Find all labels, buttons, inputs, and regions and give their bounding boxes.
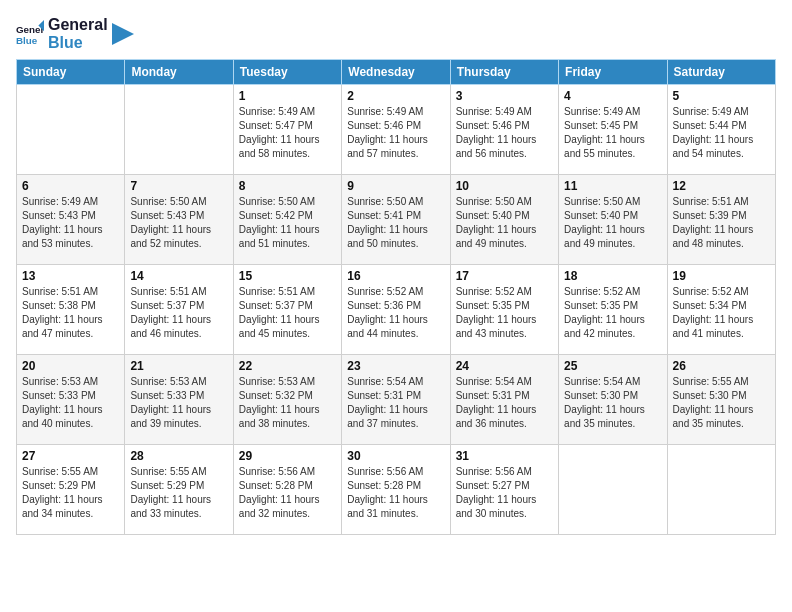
day-number: 8 bbox=[239, 179, 336, 193]
calendar-day-cell: 29Sunrise: 5:56 AM Sunset: 5:28 PM Dayli… bbox=[233, 445, 341, 535]
calendar-week-row: 13Sunrise: 5:51 AM Sunset: 5:38 PM Dayli… bbox=[17, 265, 776, 355]
calendar-day-cell: 6Sunrise: 5:49 AM Sunset: 5:43 PM Daylig… bbox=[17, 175, 125, 265]
calendar-day-cell: 25Sunrise: 5:54 AM Sunset: 5:30 PM Dayli… bbox=[559, 355, 667, 445]
day-detail: Sunrise: 5:55 AM Sunset: 5:29 PM Dayligh… bbox=[22, 465, 119, 521]
day-number: 16 bbox=[347, 269, 444, 283]
day-detail: Sunrise: 5:51 AM Sunset: 5:38 PM Dayligh… bbox=[22, 285, 119, 341]
logo-icon: General Blue bbox=[16, 20, 44, 48]
calendar-day-cell bbox=[125, 85, 233, 175]
day-detail: Sunrise: 5:51 AM Sunset: 5:37 PM Dayligh… bbox=[239, 285, 336, 341]
calendar-day-cell: 9Sunrise: 5:50 AM Sunset: 5:41 PM Daylig… bbox=[342, 175, 450, 265]
day-number: 11 bbox=[564, 179, 661, 193]
calendar-day-cell: 15Sunrise: 5:51 AM Sunset: 5:37 PM Dayli… bbox=[233, 265, 341, 355]
calendar-day-cell: 2Sunrise: 5:49 AM Sunset: 5:46 PM Daylig… bbox=[342, 85, 450, 175]
day-number: 27 bbox=[22, 449, 119, 463]
calendar-day-cell: 18Sunrise: 5:52 AM Sunset: 5:35 PM Dayli… bbox=[559, 265, 667, 355]
day-detail: Sunrise: 5:49 AM Sunset: 5:44 PM Dayligh… bbox=[673, 105, 770, 161]
day-detail: Sunrise: 5:56 AM Sunset: 5:27 PM Dayligh… bbox=[456, 465, 553, 521]
day-detail: Sunrise: 5:49 AM Sunset: 5:47 PM Dayligh… bbox=[239, 105, 336, 161]
day-detail: Sunrise: 5:52 AM Sunset: 5:35 PM Dayligh… bbox=[456, 285, 553, 341]
day-detail: Sunrise: 5:49 AM Sunset: 5:45 PM Dayligh… bbox=[564, 105, 661, 161]
day-detail: Sunrise: 5:54 AM Sunset: 5:30 PM Dayligh… bbox=[564, 375, 661, 431]
day-number: 10 bbox=[456, 179, 553, 193]
calendar-day-cell: 17Sunrise: 5:52 AM Sunset: 5:35 PM Dayli… bbox=[450, 265, 558, 355]
calendar-day-cell: 27Sunrise: 5:55 AM Sunset: 5:29 PM Dayli… bbox=[17, 445, 125, 535]
calendar-day-cell: 22Sunrise: 5:53 AM Sunset: 5:32 PM Dayli… bbox=[233, 355, 341, 445]
day-detail: Sunrise: 5:52 AM Sunset: 5:34 PM Dayligh… bbox=[673, 285, 770, 341]
calendar-week-row: 6Sunrise: 5:49 AM Sunset: 5:43 PM Daylig… bbox=[17, 175, 776, 265]
calendar-day-cell: 10Sunrise: 5:50 AM Sunset: 5:40 PM Dayli… bbox=[450, 175, 558, 265]
day-of-week-header: Monday bbox=[125, 60, 233, 85]
day-number: 17 bbox=[456, 269, 553, 283]
day-of-week-header: Friday bbox=[559, 60, 667, 85]
calendar-day-cell bbox=[17, 85, 125, 175]
calendar-day-cell bbox=[559, 445, 667, 535]
day-detail: Sunrise: 5:54 AM Sunset: 5:31 PM Dayligh… bbox=[347, 375, 444, 431]
calendar-day-cell: 31Sunrise: 5:56 AM Sunset: 5:27 PM Dayli… bbox=[450, 445, 558, 535]
logo-arrow-icon bbox=[112, 23, 134, 45]
day-number: 2 bbox=[347, 89, 444, 103]
day-number: 14 bbox=[130, 269, 227, 283]
calendar-day-cell: 5Sunrise: 5:49 AM Sunset: 5:44 PM Daylig… bbox=[667, 85, 775, 175]
calendar-day-cell: 3Sunrise: 5:49 AM Sunset: 5:46 PM Daylig… bbox=[450, 85, 558, 175]
day-of-week-header: Saturday bbox=[667, 60, 775, 85]
calendar-table: SundayMondayTuesdayWednesdayThursdayFrid… bbox=[16, 59, 776, 535]
day-number: 4 bbox=[564, 89, 661, 103]
calendar-day-cell: 16Sunrise: 5:52 AM Sunset: 5:36 PM Dayli… bbox=[342, 265, 450, 355]
day-detail: Sunrise: 5:52 AM Sunset: 5:35 PM Dayligh… bbox=[564, 285, 661, 341]
logo-blue: Blue bbox=[48, 34, 108, 52]
svg-marker-3 bbox=[112, 23, 134, 45]
day-number: 22 bbox=[239, 359, 336, 373]
day-detail: Sunrise: 5:53 AM Sunset: 5:33 PM Dayligh… bbox=[22, 375, 119, 431]
calendar-day-cell: 14Sunrise: 5:51 AM Sunset: 5:37 PM Dayli… bbox=[125, 265, 233, 355]
day-of-week-header: Wednesday bbox=[342, 60, 450, 85]
calendar-week-row: 27Sunrise: 5:55 AM Sunset: 5:29 PM Dayli… bbox=[17, 445, 776, 535]
day-number: 24 bbox=[456, 359, 553, 373]
day-detail: Sunrise: 5:50 AM Sunset: 5:41 PM Dayligh… bbox=[347, 195, 444, 251]
day-number: 20 bbox=[22, 359, 119, 373]
calendar-day-cell: 7Sunrise: 5:50 AM Sunset: 5:43 PM Daylig… bbox=[125, 175, 233, 265]
day-number: 23 bbox=[347, 359, 444, 373]
day-detail: Sunrise: 5:54 AM Sunset: 5:31 PM Dayligh… bbox=[456, 375, 553, 431]
day-detail: Sunrise: 5:51 AM Sunset: 5:37 PM Dayligh… bbox=[130, 285, 227, 341]
logo-general: General bbox=[48, 16, 108, 34]
calendar-header-row: SundayMondayTuesdayWednesdayThursdayFrid… bbox=[17, 60, 776, 85]
day-detail: Sunrise: 5:56 AM Sunset: 5:28 PM Dayligh… bbox=[239, 465, 336, 521]
day-number: 21 bbox=[130, 359, 227, 373]
day-detail: Sunrise: 5:50 AM Sunset: 5:43 PM Dayligh… bbox=[130, 195, 227, 251]
calendar-day-cell: 12Sunrise: 5:51 AM Sunset: 5:39 PM Dayli… bbox=[667, 175, 775, 265]
calendar-week-row: 1Sunrise: 5:49 AM Sunset: 5:47 PM Daylig… bbox=[17, 85, 776, 175]
logo: General Blue General Blue bbox=[16, 16, 134, 51]
svg-text:Blue: Blue bbox=[16, 34, 38, 45]
calendar-day-cell: 8Sunrise: 5:50 AM Sunset: 5:42 PM Daylig… bbox=[233, 175, 341, 265]
calendar-day-cell: 11Sunrise: 5:50 AM Sunset: 5:40 PM Dayli… bbox=[559, 175, 667, 265]
day-number: 18 bbox=[564, 269, 661, 283]
calendar-week-row: 20Sunrise: 5:53 AM Sunset: 5:33 PM Dayli… bbox=[17, 355, 776, 445]
day-of-week-header: Thursday bbox=[450, 60, 558, 85]
day-number: 29 bbox=[239, 449, 336, 463]
day-detail: Sunrise: 5:55 AM Sunset: 5:29 PM Dayligh… bbox=[130, 465, 227, 521]
day-detail: Sunrise: 5:49 AM Sunset: 5:46 PM Dayligh… bbox=[347, 105, 444, 161]
day-detail: Sunrise: 5:51 AM Sunset: 5:39 PM Dayligh… bbox=[673, 195, 770, 251]
day-detail: Sunrise: 5:53 AM Sunset: 5:33 PM Dayligh… bbox=[130, 375, 227, 431]
calendar-day-cell: 28Sunrise: 5:55 AM Sunset: 5:29 PM Dayli… bbox=[125, 445, 233, 535]
calendar-day-cell: 1Sunrise: 5:49 AM Sunset: 5:47 PM Daylig… bbox=[233, 85, 341, 175]
day-number: 25 bbox=[564, 359, 661, 373]
day-detail: Sunrise: 5:53 AM Sunset: 5:32 PM Dayligh… bbox=[239, 375, 336, 431]
day-number: 15 bbox=[239, 269, 336, 283]
calendar-day-cell: 4Sunrise: 5:49 AM Sunset: 5:45 PM Daylig… bbox=[559, 85, 667, 175]
day-detail: Sunrise: 5:55 AM Sunset: 5:30 PM Dayligh… bbox=[673, 375, 770, 431]
day-number: 5 bbox=[673, 89, 770, 103]
day-detail: Sunrise: 5:50 AM Sunset: 5:40 PM Dayligh… bbox=[456, 195, 553, 251]
calendar-day-cell: 30Sunrise: 5:56 AM Sunset: 5:28 PM Dayli… bbox=[342, 445, 450, 535]
day-number: 3 bbox=[456, 89, 553, 103]
day-of-week-header: Tuesday bbox=[233, 60, 341, 85]
calendar-day-cell: 24Sunrise: 5:54 AM Sunset: 5:31 PM Dayli… bbox=[450, 355, 558, 445]
day-detail: Sunrise: 5:49 AM Sunset: 5:46 PM Dayligh… bbox=[456, 105, 553, 161]
day-number: 31 bbox=[456, 449, 553, 463]
day-detail: Sunrise: 5:52 AM Sunset: 5:36 PM Dayligh… bbox=[347, 285, 444, 341]
day-number: 26 bbox=[673, 359, 770, 373]
day-number: 9 bbox=[347, 179, 444, 193]
day-detail: Sunrise: 5:56 AM Sunset: 5:28 PM Dayligh… bbox=[347, 465, 444, 521]
day-detail: Sunrise: 5:50 AM Sunset: 5:42 PM Dayligh… bbox=[239, 195, 336, 251]
